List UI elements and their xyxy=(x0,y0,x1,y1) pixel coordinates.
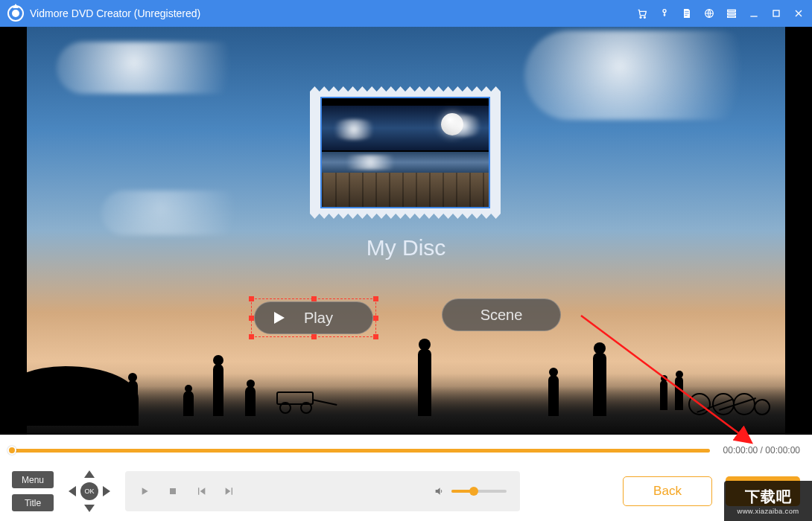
silhouette-person xyxy=(660,375,667,410)
silhouette-person xyxy=(245,380,256,416)
svg-rect-8 xyxy=(170,488,176,494)
silhouette-person xyxy=(213,355,223,416)
back-button[interactable]: Back xyxy=(623,476,712,506)
menu-options-icon[interactable] xyxy=(726,7,738,19)
silhouette-wagon xyxy=(276,390,336,414)
minimize-icon[interactable] xyxy=(748,7,760,19)
dpad-down-icon[interactable] xyxy=(84,505,95,512)
svg-point-0 xyxy=(640,16,641,18)
play-label: Play xyxy=(304,310,333,327)
left-buttons: Menu Title xyxy=(12,471,54,511)
close-icon[interactable] xyxy=(793,7,805,19)
dpad-up-icon[interactable] xyxy=(84,470,95,478)
cart-icon[interactable] xyxy=(636,7,648,19)
disc-title[interactable]: My Disc xyxy=(27,235,785,260)
player-bar xyxy=(125,471,520,511)
volume-slider[interactable] xyxy=(451,490,507,493)
svg-rect-5 xyxy=(728,13,736,14)
scene-label: Scene xyxy=(480,307,523,324)
titlebar: Vidmore DVD Creator (Unregistered) xyxy=(0,0,812,27)
titlebar-icons xyxy=(636,7,805,19)
thumbnail-image xyxy=(320,97,490,208)
key-icon[interactable] xyxy=(659,7,670,19)
playback-prev-icon[interactable] xyxy=(195,485,207,497)
volume-icon[interactable] xyxy=(434,485,445,497)
app-logo-icon xyxy=(7,5,24,22)
menu-button[interactable]: Menu xyxy=(12,471,54,488)
silhouette-person xyxy=(593,342,606,416)
dvd-menu-preview: My Disc Play Scene xyxy=(27,27,785,435)
background-ground xyxy=(27,386,785,435)
silhouette-person xyxy=(183,385,194,416)
dpad: OK xyxy=(67,469,112,514)
silhouette-person xyxy=(548,368,559,416)
play-triangle-icon xyxy=(274,312,285,324)
playback-play-icon[interactable] xyxy=(139,485,150,497)
dvd-play-button[interactable]: Play xyxy=(254,301,373,334)
dpad-ok-button[interactable]: OK xyxy=(80,482,98,500)
volume-knob[interactable] xyxy=(469,487,478,496)
seek-bar[interactable] xyxy=(12,449,710,453)
svg-point-1 xyxy=(644,16,645,18)
dpad-right-icon[interactable] xyxy=(103,486,110,496)
svg-rect-4 xyxy=(728,10,736,11)
globe-icon[interactable] xyxy=(703,7,715,19)
dpad-left-icon[interactable] xyxy=(69,486,76,496)
silhouette-person xyxy=(127,373,138,416)
title-button[interactable]: Title xyxy=(12,494,54,511)
burn-button[interactable] xyxy=(726,476,800,506)
volume-control xyxy=(434,485,507,497)
thumbnail-frame[interactable] xyxy=(310,86,501,219)
control-panel: 00:00:00 / 00:00:00 Menu Title OK xyxy=(0,435,812,521)
seek-row: 00:00:00 / 00:00:00 xyxy=(12,442,800,458)
seek-knob[interactable] xyxy=(7,446,16,455)
document-icon[interactable] xyxy=(681,7,693,19)
playback-next-icon[interactable] xyxy=(223,485,235,497)
time-current: 00:00:00 xyxy=(723,445,758,456)
svg-rect-6 xyxy=(728,16,736,17)
time-total: 00:00:00 xyxy=(765,445,800,456)
dvd-menu-buttons: Play Scene xyxy=(27,298,785,337)
silhouette-person xyxy=(418,339,431,416)
selection-outline: Play xyxy=(251,298,376,337)
dvd-scene-button[interactable]: Scene xyxy=(442,298,561,331)
time-display: 00:00:00 / 00:00:00 xyxy=(723,445,800,456)
silhouette-bikes xyxy=(688,378,770,415)
silhouette-person xyxy=(675,371,683,410)
preview-panel: My Disc Play Scene xyxy=(0,27,812,435)
svg-rect-7 xyxy=(773,10,779,16)
playback-stop-icon[interactable] xyxy=(167,485,179,497)
control-row: Menu Title OK Back xyxy=(12,469,800,514)
svg-point-2 xyxy=(663,10,666,13)
maximize-icon[interactable] xyxy=(770,7,782,19)
background-hill xyxy=(27,366,139,426)
app-title: Vidmore DVD Creator (Unregistered) xyxy=(30,7,200,19)
